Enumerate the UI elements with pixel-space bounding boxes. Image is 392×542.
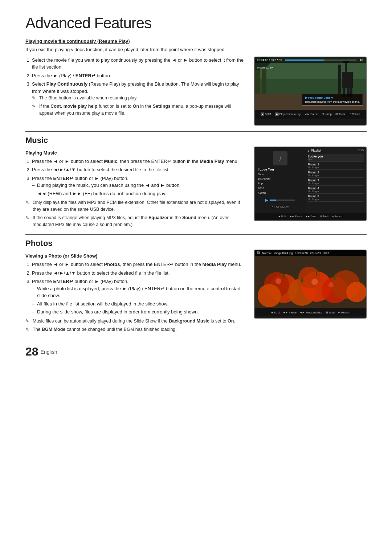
photo-resolution: 1024x768: [295, 251, 308, 255]
movie-step-1: Select the movie file you want to play c…: [32, 57, 245, 71]
music-song-title: I Love You: [258, 167, 303, 172]
music-screen-inner: ♪ I Love You Jhon 1st Album Pop 2010 4.2…: [255, 147, 366, 220]
photos-screen: 🖼 Normal Image1024.jpg 1024x768 2010/2/1…: [254, 250, 367, 319]
photos-note-1: Music files can be automatically played …: [25, 318, 245, 325]
svg-rect-28: [301, 278, 303, 283]
playlist-item-1: Music 1 No Singer: [308, 162, 364, 170]
svg-point-25: [311, 279, 318, 285]
music-section: Music Playing Music Press the ◄ or ► but…: [25, 136, 367, 230]
page-number-area: 28 English: [25, 345, 367, 358]
movie-ctrl-return: ↩ Return: [348, 112, 360, 116]
music-year: 2010: [258, 186, 303, 191]
music-note-1: Only displays the files with MP3 and PCM…: [25, 199, 245, 213]
movie-ctrl-play: ▶ Play continuously: [275, 112, 301, 116]
photos-content-block: Viewing a Photo (or Slide Show) Press th…: [25, 250, 367, 334]
music-bullet-1: During playing the music, you can search…: [32, 182, 245, 189]
photos-section: Photos Viewing a Photo (or Slide Show) P…: [25, 239, 367, 334]
play-icon: ▶: [265, 198, 268, 202]
page-title: Advanced Features: [25, 15, 367, 32]
music-info: I Love You Jhon 1st Album Pop 2010 4.2MB: [258, 167, 303, 195]
movie-popup: ▶ Play continuously Resumes playing from…: [302, 94, 363, 106]
page-number: 28: [25, 345, 38, 358]
svg-point-22: [298, 267, 320, 288]
playlist-counter: 3/15: [358, 149, 364, 152]
music-ctrl-tools: ⊞ Tools: [320, 215, 329, 218]
movie-steps: Select the movie file you want to play c…: [25, 57, 245, 117]
music-ctrl-jump: ◄► Jump: [305, 215, 317, 218]
svg-point-26: [328, 282, 334, 287]
photo-ctrl-return: ↩ Return: [338, 311, 350, 314]
photo-image-area: [255, 256, 366, 308]
photos-section-title: Photos: [25, 239, 367, 248]
playlist-item-5: Music 5 No Singer: [308, 194, 364, 202]
photos-sub-bullets: While a photo list is displayed, press t…: [32, 285, 245, 316]
movie-section: Playing movie file continuously (Resume …: [25, 38, 367, 126]
music-note-icon: ♪: [273, 151, 287, 165]
music-step-1: Press the ◄ or ► button to select Music,…: [32, 158, 245, 165]
movie-popup-text: Resumes playing from the last viewed sce…: [305, 100, 360, 103]
movie-topbar: 00:04:03 / 00:07:38 1/1: [255, 57, 366, 63]
music-image-col: ♪ I Love You Jhon 1st Album Pop 2010 4.2…: [254, 147, 367, 230]
photos-bullet-3: During the slide show, files are display…: [32, 308, 245, 316]
photos-image-col: 🖼 Normal Image1024.jpg 1024x768 2010/2/1…: [254, 250, 367, 334]
photo-ctrl-prevnext: ◄► Previous/Next: [299, 311, 323, 314]
movie-screen-controls: ■ SUM ▶ Play continuously ◄► Pause ⊞ Jum…: [255, 110, 366, 119]
svg-rect-7: [338, 65, 341, 94]
svg-rect-27: [283, 274, 285, 278]
movie-subsection-title: Playing movie file continuously (Resume …: [25, 38, 367, 44]
photo-mode: Normal: [262, 251, 271, 255]
movie-counter: 1/1: [360, 58, 364, 62]
photo-ctrl-tools: ⊞ Tools: [326, 311, 335, 314]
music-step-3: Press the ENTER↵ button or ► (Play) butt…: [32, 175, 245, 197]
photo-topbar: 🖼 Normal Image1024.jpg 1024x768 2010/2/1…: [255, 250, 366, 256]
music-content-block: Playing Music Press the ◄ or ► button to…: [25, 147, 367, 230]
music-screen-controls: ■ SUM ◄► Pause ◄► Jump ⊞ Tools ↩ Return: [255, 213, 366, 220]
music-sub-bullets: During playing the music, you can search…: [32, 182, 245, 197]
photos-subsection-title: Viewing a Photo (or Slide Show): [25, 253, 245, 259]
playlist-note-icon: ♪: [308, 149, 309, 152]
music-note-2: If the sound is strange when playing MP3…: [25, 214, 245, 228]
svg-point-21: [258, 284, 281, 307]
movie-screen: 00:04:03 / 00:07:38 1/1 Movie 01.avi ▶ P…: [254, 57, 367, 126]
music-artist: Jhon: [258, 172, 303, 177]
playlist-item-3: Music 3 No Singer: [308, 178, 364, 186]
play-icon-area: ▶: [265, 198, 295, 202]
music-ctrl-sum: ■ SUM: [278, 215, 286, 218]
svg-rect-8: [342, 72, 353, 88]
photo-icon: 🖼: [257, 251, 260, 255]
music-steps: Press the ◄ or ► button to select Music,…: [25, 158, 245, 197]
photos-note-2: The BGM Mode cannot be changed until the…: [25, 326, 245, 333]
music-size: 4.2MB: [258, 191, 303, 196]
svg-rect-30: [334, 276, 335, 280]
movie-ctrl-pause: ◄► Pause: [304, 112, 318, 116]
photos-text-col: Viewing a Photo (or Slide Show) Press th…: [25, 250, 245, 334]
photos-step-1: Press the ◄ or ► button to select Photos…: [32, 261, 245, 268]
music-progress-time: 01:10 / 04:02: [272, 206, 289, 209]
photo-counter: 3/15: [323, 251, 329, 255]
movie-video-area: 00:04:03 / 00:07:38 1/1 Movie 01.avi ▶ P…: [255, 57, 366, 110]
music-section-title: Music: [25, 136, 367, 145]
playlist-header: ♪ Playlist 3/15: [308, 149, 364, 152]
photos-bullet-2: All files in the file list section will …: [32, 300, 245, 308]
svg-point-23: [346, 282, 366, 302]
music-step-2: Press the ◄/►/▲/▼ button to select the d…: [32, 166, 245, 173]
music-ctrl-pause: ◄► Pause: [289, 215, 302, 218]
movie-ctrl-tools: ⊞ Tools: [335, 112, 345, 116]
playlist-item-0: I Love you Jhon: [308, 154, 364, 162]
music-right-panel: ♪ Playlist 3/15 I Love you Jhon Music 1: [306, 147, 366, 213]
photos-divider: [25, 234, 367, 235]
music-album: 1st Album: [258, 177, 303, 181]
svg-point-24: [275, 278, 281, 284]
movie-popup-title: ▶ Play continuously: [305, 96, 360, 99]
movie-intro: If you exit the playing videos function,…: [25, 46, 367, 54]
movie-ctrl-jump: ⊞ Jump: [322, 112, 331, 116]
music-left-panel: ♪ I Love You Jhon 1st Album Pop 2010 4.2…: [255, 147, 306, 213]
music-subsection-title: Playing Music: [25, 150, 245, 156]
movie-step-2: Press the ► (Play) / ENTER↵ button.: [32, 72, 245, 79]
photo-screen-controls: ■ SUM ◄► Pause ◄► Previous/Next ⊞ Tools …: [255, 308, 366, 316]
photo-ctrl-pause: ◄► Pause: [283, 311, 297, 314]
photo-ctrl-sum: ■ SUM: [271, 311, 279, 314]
movie-content-block: Select the movie file you want to play c…: [25, 57, 367, 126]
movie-time: 00:04:03 / 00:07:38: [257, 58, 282, 62]
music-genre: Pop: [258, 181, 303, 186]
